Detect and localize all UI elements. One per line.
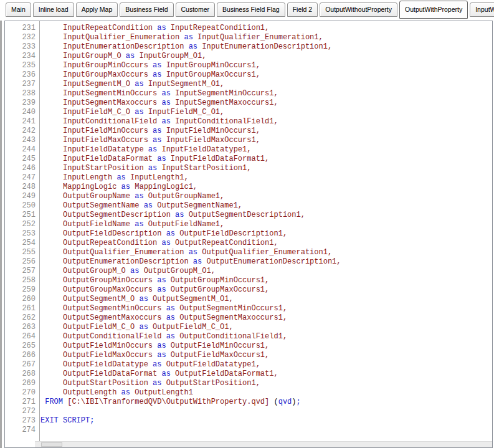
code-text: InputStartPosition as InputStartPosition… xyxy=(39,164,492,173)
code-line: 232 InputQualifier_Enumeration as InputQ… xyxy=(5,33,492,42)
tab-inputwithoutproperty[interactable]: InputWithoutProperty xyxy=(470,2,494,17)
line-number: 248 xyxy=(5,183,39,192)
tab-business-field-flag[interactable]: Business Field Flag xyxy=(217,2,285,17)
line-number: 232 xyxy=(5,33,39,42)
code-text: FROM [C:\IBI\TranformedQVD\OutputWithPro… xyxy=(39,398,492,407)
line-number: 237 xyxy=(5,80,39,89)
code-text: InputSegmentMinOccurs as InputSegmentMin… xyxy=(39,89,492,98)
code-text: InputGroupM_O as InputGroupM_O1, xyxy=(39,52,492,61)
code-line: 236 InputGroupMaxOccurs as InputGroupMax… xyxy=(5,70,492,80)
code-text: OutputSegmentDescription as OutputSegmen… xyxy=(39,211,492,220)
code-text: InputConditionalField as InputConditiona… xyxy=(39,117,492,126)
code-line: 248 MappingLogic as MappingLogic1, xyxy=(5,183,492,192)
code-text xyxy=(39,426,492,435)
code-text xyxy=(39,407,492,416)
code-line: 260 OutputSegmentM_O as OutputSegmentM_O… xyxy=(5,295,492,304)
code-line: 255 OutputQualifier_Enumeration as Outpu… xyxy=(5,248,492,257)
code-text: OutputFieldMaxOccurs as OutputFieldMaxOc… xyxy=(39,351,492,360)
code-line: 242 InputFieldMinOccurs as InputFieldMin… xyxy=(5,126,492,136)
code-text: OutputGroupMaxOccurs as OutputGroupMaxOc… xyxy=(39,285,492,295)
code-lines[interactable]: 231 InputRepeatCondition as InputRepeatC… xyxy=(5,24,492,435)
line-number: 257 xyxy=(5,267,39,276)
line-number: 244 xyxy=(5,145,39,155)
code-text: OutputQualifier_Enumeration as OutputQua… xyxy=(39,248,492,257)
line-number: 247 xyxy=(5,173,39,183)
tab-outputwithproperty[interactable]: OutputWithProperty xyxy=(399,1,468,19)
code-line: 245 InputFieldDataFormat as InputFieldDa… xyxy=(5,155,492,164)
line-number: 252 xyxy=(5,220,39,229)
code-text: OutputRepeatCondition as OutputRepeatCon… xyxy=(39,239,492,248)
code-text: InputQualifier_Enumeration as InputQuali… xyxy=(39,33,492,42)
code-text: InputSegmentM_O as InputSegmentM_O1, xyxy=(39,80,492,89)
tab-main[interactable]: Main xyxy=(6,2,31,17)
code-line: 259 OutputGroupMaxOccurs as OutputGroupM… xyxy=(5,285,492,295)
code-line: 266 OutputFieldMaxOccurs as OutputFieldM… xyxy=(5,351,492,360)
code-line: 270 OutputLength as OutputLength1 xyxy=(5,388,492,398)
tab-apply-map[interactable]: Apply Map xyxy=(76,2,118,17)
line-number: 273 xyxy=(5,416,39,426)
code-text: OutputGroupMinOccurs as OutputGroupMinOc… xyxy=(39,276,492,285)
line-number: 238 xyxy=(5,89,39,98)
line-number: 256 xyxy=(5,257,39,267)
code-line: 256 OutputEnumerationDescription as Outp… xyxy=(5,257,492,267)
tab-bar: MainInline loadApply MapBusiness FieldCu… xyxy=(0,0,494,21)
line-number: 254 xyxy=(5,239,39,248)
line-number: 271 xyxy=(5,398,39,407)
tab-inline-load[interactable]: Inline load xyxy=(33,2,74,17)
code-text: InputSegmentMaxoccurs as InputSegmentMax… xyxy=(39,98,492,108)
horizontal-scrollbar-thumb[interactable] xyxy=(41,442,62,447)
line-number: 270 xyxy=(5,388,39,398)
line-number: 261 xyxy=(5,304,39,313)
code-text: OutputFieldMinOccurs as OutputFieldMinOc… xyxy=(39,341,492,351)
line-number: 259 xyxy=(5,285,39,295)
code-line: 250 OutputSegmentName as OutputSegmentNa… xyxy=(5,201,492,211)
script-editor-panel[interactable]: 231 InputRepeatCondition as InputRepeatC… xyxy=(4,21,493,448)
code-text: OutputFieldM_C_O as OutputFieldM_C_O1, xyxy=(39,323,492,332)
code-text: OutputEnumerationDescription as OutputEn… xyxy=(39,257,492,267)
code-line: 262 OutputSegmentMaxoccurs as OutputSegm… xyxy=(5,313,492,323)
line-number: 272 xyxy=(5,407,39,416)
tab-outputwithoutproperty[interactable]: OutputWithoutProperty xyxy=(320,2,397,17)
code-line: 238 InputSegmentMinOccurs as InputSegmen… xyxy=(5,89,492,98)
line-number: 242 xyxy=(5,126,39,136)
horizontal-scrollbar[interactable] xyxy=(35,441,492,447)
code-line: 264 OutputConditionalField as OutputCond… xyxy=(5,332,492,341)
line-number: 255 xyxy=(5,248,39,257)
code-line: 243 InputFieldMaxOccurs as InputFieldMax… xyxy=(5,136,492,145)
code-text: InputFieldMinOccurs as InputFieldMinOccu… xyxy=(39,126,492,136)
line-number: 260 xyxy=(5,295,39,304)
code-line: 241 InputConditionalField as InputCondit… xyxy=(5,117,492,126)
tab-field-2[interactable]: Field 2 xyxy=(287,2,318,17)
line-number: 267 xyxy=(5,360,39,369)
code-line: 254 OutputRepeatCondition as OutputRepea… xyxy=(5,239,492,248)
code-line: 263 OutputFieldM_C_O as OutputFieldM_C_O… xyxy=(5,323,492,332)
line-number: 231 xyxy=(5,24,39,33)
line-number: 253 xyxy=(5,229,39,239)
code-line: 273EXIT SCRIPT; xyxy=(5,416,492,426)
code-line: 233 InputEnumerationDescription as Input… xyxy=(5,42,492,52)
line-number: 269 xyxy=(5,379,39,388)
code-line: 257 OutputGroupM_O as OutputGroupM_O1, xyxy=(5,267,492,276)
code-text: InputEnumerationDescription as InputEnum… xyxy=(39,42,492,52)
line-number: 263 xyxy=(5,323,39,332)
code-line: 251 OutputSegmentDescription as OutputSe… xyxy=(5,211,492,220)
code-line: 249 OutputGroupName as OutputGroupName1, xyxy=(5,192,492,201)
code-line: 231 InputRepeatCondition as InputRepeatC… xyxy=(5,24,492,33)
line-number: 250 xyxy=(5,201,39,211)
code-text: OutputSegmentName as OutputSegmentName1, xyxy=(39,201,492,211)
code-line: 247 InputLength as InputLength1, xyxy=(5,173,492,183)
code-line: 235 InputGroupMinOccurs as InputGroupMin… xyxy=(5,61,492,70)
line-number: 264 xyxy=(5,332,39,341)
tab-business-field[interactable]: Business Field xyxy=(120,2,173,17)
line-number: 246 xyxy=(5,164,39,173)
line-number: 234 xyxy=(5,52,39,61)
line-number: 239 xyxy=(5,98,39,108)
code-line: 244 InputFieldDatatype as InputFieldData… xyxy=(5,145,492,155)
code-line: 240 InputFieldM_C_O as InputFieldM_C_O1, xyxy=(5,108,492,117)
tab-customer[interactable]: Customer xyxy=(176,2,216,17)
line-number: 241 xyxy=(5,117,39,126)
code-line: 274 xyxy=(5,426,492,435)
code-text: OutputStartPosition as OutputStartPositi… xyxy=(39,379,492,388)
line-number: 251 xyxy=(5,211,39,220)
code-text: OutputFieldName as OutputFieldName1, xyxy=(39,220,492,229)
